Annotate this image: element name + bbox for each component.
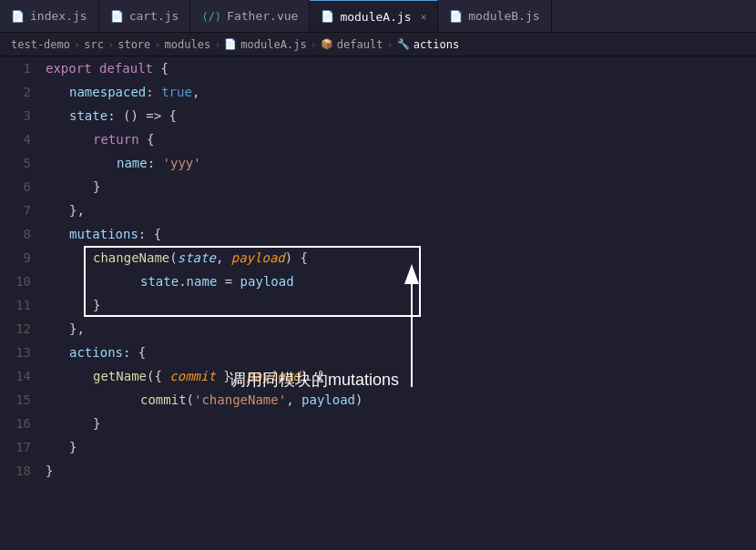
code-line: }	[46, 435, 756, 459]
code-line: actions: {	[46, 341, 756, 364]
line-num: 8	[7, 222, 31, 246]
tab-label: cart.js	[129, 9, 179, 23]
code-line: changeName(state, payload) {	[46, 246, 756, 270]
code-line: export default {	[46, 56, 756, 80]
code-line: state: () => {	[46, 104, 756, 127]
code-area[interactable]: export default { namespaced: true, state…	[38, 56, 756, 550]
code-line: namespaced: true,	[46, 80, 756, 104]
line-num: 15	[7, 388, 31, 412]
tab-label: index.js	[30, 9, 87, 23]
tab-moduleB-js[interactable]: 📄 moduleB.js	[438, 0, 551, 32]
tab-label: moduleB.js	[468, 9, 539, 23]
code-line: },	[46, 199, 756, 222]
js-icon: 📄	[11, 10, 25, 23]
breadcrumb: test-demo › src › store › modules › 📄 mo…	[0, 33, 756, 56]
code-line: mutations: {	[46, 222, 756, 246]
breadcrumb-item: test-demo	[11, 38, 70, 51]
line-num: 9	[7, 246, 31, 270]
breadcrumb-item-actions: actions	[414, 38, 460, 51]
line-num: 14	[7, 364, 31, 388]
code-line: }	[46, 459, 756, 483]
code-line: }	[46, 175, 756, 199]
breadcrumb-item: src	[84, 38, 104, 51]
line-numbers: 1 2 3 4 5 6 7 8 9 10 11 12 13 14 15 16 1…	[0, 56, 38, 550]
module-icon: 📦	[321, 38, 333, 50]
code-line: state.name = payload	[46, 270, 756, 293]
line-num: 6	[7, 175, 31, 199]
tab-label: Father.vue	[227, 9, 298, 23]
tab-label: moduleA.js	[340, 10, 411, 24]
line-num: 11	[7, 293, 31, 317]
line-num: 13	[7, 341, 31, 364]
line-num: 1	[7, 56, 31, 80]
tab-moduleA-js[interactable]: 📄 moduleA.js ✕	[310, 0, 438, 32]
line-num: 7	[7, 199, 31, 222]
code-line: },	[46, 317, 756, 341]
editor: 1 2 3 4 5 6 7 8 9 10 11 12 13 14 15 16 1…	[0, 56, 756, 550]
line-num: 18	[7, 459, 31, 483]
line-num: 2	[7, 80, 31, 104]
js-icon: 📄	[449, 10, 463, 23]
tab-index-js[interactable]: 📄 index.js	[0, 0, 99, 32]
line-num: 5	[7, 151, 31, 175]
js-icon: 📄	[110, 10, 124, 23]
tab-cart-js[interactable]: 📄 cart.js	[99, 0, 191, 32]
breadcrumb-item: modules	[165, 38, 211, 51]
tab-bar: 📄 index.js 📄 cart.js ⟨/⟩ Father.vue 📄 mo…	[0, 0, 756, 33]
breadcrumb-item: store	[117, 38, 150, 51]
line-num: 17	[7, 435, 31, 459]
code-line: }	[46, 412, 756, 435]
vue-icon: ⟨/⟩	[201, 10, 221, 23]
code-line: }	[46, 293, 756, 317]
code-line: getName({ commit }, payload) {	[46, 364, 756, 388]
action-icon: 🔧	[397, 38, 410, 50]
code-line: commit('changeName', payload)	[46, 388, 756, 412]
js-icon: 📄	[321, 10, 334, 23]
tab-father-vue[interactable]: ⟨/⟩ Father.vue	[190, 0, 310, 32]
breadcrumb-item: default	[337, 38, 383, 51]
line-num: 10	[7, 270, 31, 293]
code-line: return {	[46, 127, 756, 151]
file-icon: 📄	[224, 38, 237, 50]
line-num: 12	[7, 317, 31, 341]
code-line: name: 'yyy'	[46, 151, 756, 175]
line-num: 16	[7, 412, 31, 435]
line-num: 4	[7, 127, 31, 151]
close-icon[interactable]: ✕	[421, 11, 427, 23]
line-num: 3	[7, 104, 31, 127]
breadcrumb-item: moduleA.js	[240, 38, 306, 51]
